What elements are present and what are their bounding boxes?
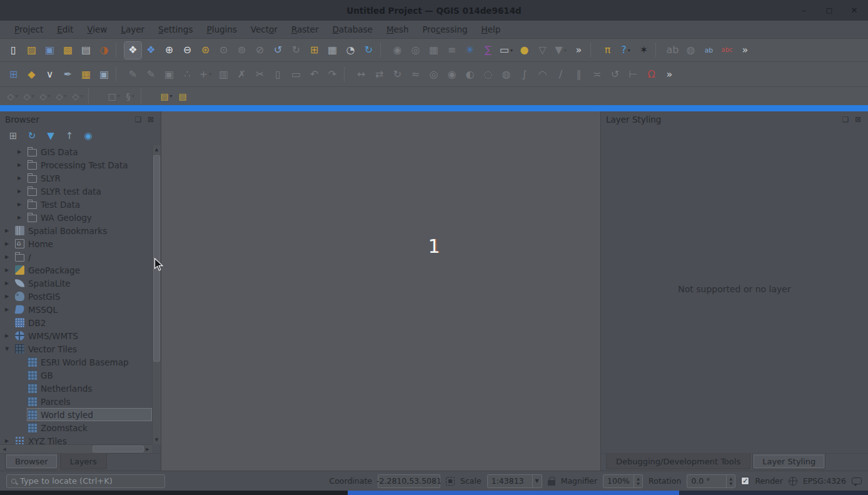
- expand-arrow-icon[interactable]: ▶: [5, 228, 14, 233]
- horizontal-scrollbar[interactable]: ◀ ▶: [0, 444, 152, 453]
- styling-float-icon[interactable]: ❏: [840, 115, 850, 125]
- save-project-as-icon[interactable]: ▩: [59, 42, 76, 59]
- toolbar-button[interactable]: [116, 43, 121, 57]
- help-contents-icon[interactable]: ?▾: [617, 42, 634, 59]
- fill-ring-icon[interactable]: ◐: [462, 66, 478, 83]
- label-toolbar-abc-icon[interactable]: abc: [719, 42, 735, 59]
- tree-item-gb[interactable]: GB: [0, 369, 152, 382]
- maximize-button[interactable]: ◻: [824, 6, 834, 15]
- menu-view[interactable]: View: [80, 23, 114, 36]
- open-project-icon[interactable]: ▨: [23, 42, 40, 59]
- change-label-properties-icon[interactable]: ◇▾: [70, 89, 85, 103]
- open-field-calculator-icon[interactable]: ▤: [175, 89, 190, 103]
- pan-to-selection-icon[interactable]: ❖: [143, 42, 159, 59]
- tree-item-slyr-test-data[interactable]: ▶ SLYR test data: [0, 185, 152, 198]
- new-map-view-icon[interactable]: ⊞: [306, 42, 323, 59]
- toggle-editing-icon[interactable]: ✎: [143, 66, 159, 83]
- toolbar-button[interactable]: [116, 68, 121, 81]
- minimize-button[interactable]: –: [799, 6, 809, 15]
- crs-globe-icon[interactable]: [789, 477, 797, 486]
- expand-arrow-icon[interactable]: ▶: [5, 438, 14, 444]
- browser-properties-icon[interactable]: ◉: [83, 130, 94, 141]
- zoom-out-icon[interactable]: ⊖: [179, 42, 196, 59]
- expand-arrow-icon[interactable]: ▶: [5, 333, 14, 339]
- identify-features-icon[interactable]: ◉: [389, 42, 406, 59]
- run-feature-action-icon[interactable]: ◎: [407, 42, 424, 59]
- new-geopackage-layer-icon[interactable]: ◆: [23, 66, 40, 83]
- scroll-left-icon[interactable]: ◀: [0, 445, 9, 453]
- toolbar-overflow-icon[interactable]: »: [570, 42, 587, 59]
- expand-arrow-icon[interactable]: ▶: [5, 307, 14, 312]
- locator-input[interactable]: [20, 476, 160, 486]
- copy-features-icon[interactable]: ▯: [270, 66, 286, 83]
- toolbar-button[interactable]: [141, 89, 156, 103]
- tree-item-db2[interactable]: DB2: [0, 316, 152, 329]
- tree-item-mssql[interactable]: ▶ MSSQL: [0, 303, 152, 316]
- crs-label[interactable]: EPSG:4326: [803, 476, 846, 486]
- paste-features-icon[interactable]: ▭: [288, 66, 305, 83]
- filter-browser-icon[interactable]: ▼: [45, 130, 56, 141]
- show-statistics-icon[interactable]: ∑: [480, 42, 497, 59]
- rotate-feature-icon[interactable]: ↻: [389, 66, 406, 83]
- tree-item-parcels[interactable]: Parcels: [0, 395, 152, 408]
- processing-toolbox-icon[interactable]: ✳: [462, 42, 478, 59]
- expand-arrow-icon[interactable]: ▶: [5, 267, 14, 273]
- tree-item-netherlands[interactable]: Netherlands: [0, 382, 152, 395]
- styling-close-icon[interactable]: ⊠: [853, 115, 863, 125]
- new-project-icon[interactable]: ▯: [5, 42, 22, 59]
- expand-arrow-icon[interactable]: ▶: [5, 293, 14, 299]
- titlebar[interactable]: Untitled Project — QGIS 014de9614d – ◻ ✕: [0, 0, 868, 21]
- tree-item-geopackage[interactable]: ▶ GeoPackage: [0, 263, 152, 277]
- close-button[interactable]: ✕: [849, 6, 859, 15]
- menu-processing[interactable]: Processing: [415, 23, 474, 36]
- zoom-next-icon[interactable]: ↻: [288, 42, 305, 59]
- tab-debugging-development-tools[interactable]: Debugging/Development Tools: [606, 454, 750, 469]
- tree-item-esri-world-basemap[interactable]: ESRI World Basemap: [0, 355, 152, 369]
- add-selected-layers-icon[interactable]: ⊞: [8, 130, 19, 141]
- render-checkbox[interactable]: ✓: [741, 477, 749, 485]
- diagram-options-icon[interactable]: ◍: [682, 42, 699, 59]
- menu-edit[interactable]: Edit: [50, 23, 80, 36]
- delete-part-icon[interactable]: ◍: [498, 66, 515, 83]
- show-spatial-bookmarks-icon[interactable]: ▼▾: [552, 42, 569, 59]
- zoom-to-layer-icon[interactable]: ⊚: [233, 42, 250, 59]
- scroll-right-icon[interactable]: ▶: [143, 445, 152, 453]
- split-features-icon[interactable]: ∕: [552, 66, 569, 83]
- style-manager-icon[interactable]: ◑: [96, 42, 113, 59]
- first-aid-debug-icon[interactable]: ✶: [635, 42, 652, 59]
- move-label-icon[interactable]: ◇▾: [38, 89, 53, 103]
- new-spatial-bookmark-icon[interactable]: ▽: [534, 42, 551, 59]
- zoom-native-icon[interactable]: ⊘: [251, 42, 268, 59]
- expand-arrow-icon[interactable]: ▶: [5, 280, 14, 286]
- rotate-point-symbols-icon[interactable]: ↺: [607, 66, 623, 83]
- expand-arrow-icon[interactable]: ▼: [5, 346, 14, 352]
- chevron-down-icon[interactable]: ▼: [532, 475, 542, 487]
- vertex-tool-icon[interactable]: +▾: [197, 66, 214, 83]
- highlight-pinned-labels-icon[interactable]: ◇▾: [21, 89, 36, 103]
- expand-arrow-icon[interactable]: ▶: [18, 162, 27, 168]
- expand-arrow-icon[interactable]: ▶: [5, 254, 14, 260]
- refresh-browser-icon[interactable]: ↻: [26, 130, 38, 141]
- menu-plugins[interactable]: Plugins: [199, 23, 243, 36]
- zoom-full-icon[interactable]: ⊛: [197, 42, 214, 59]
- zoom-in-icon[interactable]: ⊕: [161, 42, 178, 59]
- enable-snapping-icon[interactable]: Ω: [643, 66, 660, 83]
- new-3d-map-view-icon[interactable]: ▦: [324, 42, 341, 59]
- pin-labels-icon[interactable]: ◇▾: [5, 89, 20, 103]
- data-source-manager-icon[interactable]: ⊞: [5, 66, 22, 83]
- tree-item-test-data[interactable]: ▶ Test Data: [0, 198, 152, 211]
- rotate-label-icon[interactable]: ◇▾: [54, 89, 69, 103]
- simplify-feature-icon[interactable]: ≈: [407, 66, 424, 83]
- tree-item-wa-geology[interactable]: ▶ WA Geology: [0, 211, 152, 224]
- label-toolbar-ab-icon[interactable]: ab: [700, 42, 717, 59]
- menu-layer[interactable]: Layer: [114, 23, 151, 36]
- toolbar-button[interactable]: [344, 68, 350, 81]
- vertical-scrollbar[interactable]: ▲ ▼: [152, 145, 161, 444]
- open-attribute-table-icon[interactable]: ▦: [425, 42, 442, 59]
- menu-database[interactable]: Database: [325, 23, 379, 36]
- select-by-expression-icon[interactable]: §▾: [123, 89, 138, 103]
- multiedit-attributes-icon[interactable]: ▥: [215, 66, 232, 83]
- extents-toggle-icon[interactable]: [446, 477, 455, 486]
- python-console-icon[interactable]: π: [599, 42, 616, 59]
- split-parts-icon[interactable]: ∥: [570, 66, 587, 83]
